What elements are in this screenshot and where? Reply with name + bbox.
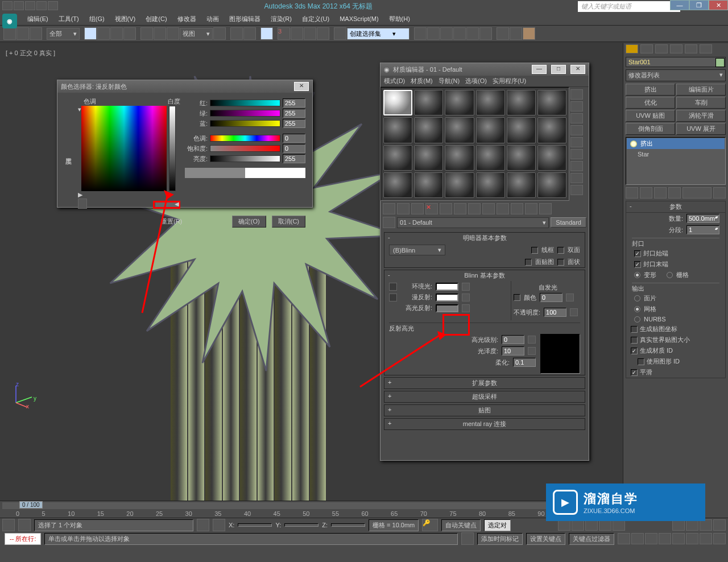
material-editor-button[interactable] <box>479 27 492 40</box>
move-button[interactable] <box>140 27 153 40</box>
preview-icon[interactable] <box>570 149 583 159</box>
isolate-icon[interactable] <box>461 532 474 545</box>
selfillum-check[interactable] <box>514 294 520 301</box>
bind-icon[interactable] <box>30 27 42 40</box>
morph-radio[interactable] <box>634 272 640 278</box>
me-minimize[interactable]: — <box>532 65 547 74</box>
menu-help[interactable]: 帮助(H) <box>384 14 415 24</box>
object-name-field[interactable]: Star001 <box>626 57 726 67</box>
snap-percent-button[interactable] <box>304 27 316 40</box>
goto-end-icon[interactable] <box>613 519 625 531</box>
gloss-map[interactable] <box>528 347 536 355</box>
show-end-icon[interactable] <box>511 203 523 214</box>
lock-selection-icon[interactable] <box>197 519 209 531</box>
spinner-snap-button[interactable] <box>317 27 329 40</box>
show-map-icon[interactable] <box>497 203 509 214</box>
select-rect-button[interactable] <box>110 27 123 40</box>
nav-b-icon[interactable] <box>631 533 644 544</box>
snap-3-button[interactable]: 3 <box>278 27 290 40</box>
viewport-label[interactable]: [ + 0 正交 0 真实 ] <box>6 49 55 57</box>
mod-editpoly[interactable]: 编辑面片 <box>676 84 726 96</box>
diffuse-lock-icon[interactable] <box>389 294 397 301</box>
menu-tools[interactable]: 工具(T) <box>54 14 84 24</box>
diffuse-map[interactable] <box>462 294 470 301</box>
nav-h-icon[interactable] <box>713 533 726 544</box>
sel-only-button[interactable]: 选定对 <box>484 519 511 531</box>
schematic-button[interactable] <box>466 27 479 40</box>
val-slider[interactable] <box>210 155 280 162</box>
create-tab-icon[interactable] <box>626 44 638 53</box>
menu-render[interactable]: 渲染(R) <box>266 14 296 24</box>
cs-close[interactable]: ✕ <box>294 82 309 91</box>
pivot-button[interactable] <box>213 27 226 40</box>
abs-rel-icon[interactable] <box>213 519 225 531</box>
menu-graph[interactable]: 图形编辑器 <box>225 14 265 24</box>
nav-c-icon[interactable] <box>645 533 657 544</box>
assign-mat-icon[interactable] <box>411 203 424 214</box>
nav-g-icon[interactable] <box>700 533 712 544</box>
mod-turbosmooth[interactable]: 涡轮平滑 <box>676 110 726 122</box>
mat-slot-7[interactable] <box>383 117 412 143</box>
me-menu-opts[interactable]: 选项(O) <box>465 77 487 85</box>
mat-slot-1[interactable] <box>383 90 412 115</box>
play-icon[interactable] <box>585 519 598 531</box>
opacity-map[interactable] <box>570 308 578 316</box>
display-tab-icon[interactable] <box>685 44 697 53</box>
mod-extrude[interactable]: 挤出 <box>626 84 675 96</box>
unlink-icon[interactable] <box>16 27 29 40</box>
autokey-button[interactable]: 自动关键点 <box>441 519 481 531</box>
prev-frame-icon[interactable] <box>572 519 584 531</box>
qa-btn[interactable] <box>2 1 13 10</box>
go-parent-icon[interactable] <box>525 203 537 214</box>
link-icon[interactable] <box>3 27 16 40</box>
nav-f-icon[interactable] <box>686 533 698 544</box>
render-frame-button[interactable] <box>510 27 522 40</box>
hue-sat-field[interactable] <box>81 106 167 191</box>
put-lib-icon[interactable] <box>468 203 481 214</box>
hue-slider[interactable] <box>210 135 280 142</box>
mat-slot-11[interactable] <box>507 117 536 143</box>
mat-slot-12[interactable] <box>537 117 566 143</box>
mat-slot-5[interactable] <box>507 90 536 115</box>
cap-start-check[interactable] <box>634 250 641 257</box>
selfillum-spinner[interactable]: 0 <box>540 293 562 302</box>
make-unique-icon[interactable] <box>454 203 466 214</box>
layers-button[interactable] <box>440 27 453 40</box>
curve-editor-button[interactable] <box>453 27 466 40</box>
keyfilter-button[interactable]: 关键点过滤器 <box>569 533 614 545</box>
val-input[interactable]: 255 <box>283 154 305 163</box>
qa-btn[interactable] <box>36 1 47 10</box>
goto-start-icon[interactable] <box>558 519 570 531</box>
mat-slot-18[interactable] <box>537 145 566 171</box>
mat-slot-24[interactable] <box>537 172 566 198</box>
pan-icon[interactable] <box>672 519 685 531</box>
render-button[interactable] <box>523 27 535 40</box>
get-mat-icon[interactable] <box>383 203 395 214</box>
matid-icon[interactable] <box>482 203 495 214</box>
ambient-lock[interactable] <box>462 283 470 291</box>
stack-item-star[interactable]: Star <box>626 150 725 159</box>
twoside-check[interactable] <box>557 247 564 254</box>
snap-2d-button[interactable] <box>260 27 273 40</box>
mod-optimize[interactable]: 优化 <box>626 97 675 109</box>
cancel-button[interactable]: 取消(C) <box>272 216 305 228</box>
amount-spinner[interactable]: 500.0mm <box>686 214 719 223</box>
select-name-button[interactable] <box>97 27 110 40</box>
align-button[interactable] <box>427 27 440 40</box>
specular-map[interactable] <box>462 304 470 312</box>
menu-anim[interactable]: 动画 <box>202 14 224 24</box>
remove-mod-icon[interactable] <box>668 187 681 199</box>
genmap-check[interactable] <box>631 326 638 333</box>
x-field[interactable] <box>238 523 272 527</box>
zoom-ext-icon[interactable] <box>700 519 712 531</box>
selfillum-map[interactable] <box>566 294 574 301</box>
ok-button[interactable]: 确定(O) <box>232 216 266 228</box>
z-field[interactable] <box>331 523 365 527</box>
modify-tab-icon[interactable] <box>640 44 653 53</box>
sat-slider[interactable] <box>210 145 280 152</box>
sample-uv-icon[interactable] <box>570 125 583 135</box>
me-maximize[interactable]: □ <box>551 65 566 74</box>
mat-map-nav-icon[interactable] <box>570 185 583 195</box>
mod-uvwmap[interactable]: UVW 贴图 <box>626 110 675 122</box>
blackness-slider[interactable] <box>153 201 180 209</box>
